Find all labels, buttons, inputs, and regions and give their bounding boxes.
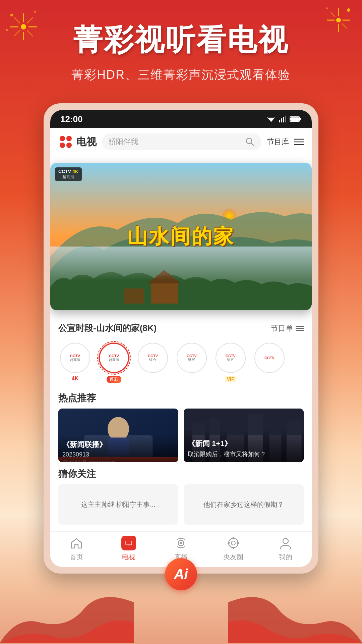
program-info-row: 公宣时段-山水间的家(8K) 节目单 bbox=[58, 317, 304, 339]
svg-point-72 bbox=[232, 547, 234, 549]
svg-rect-28 bbox=[300, 118, 301, 120]
video-title: 山水间的家 bbox=[127, 223, 235, 250]
status-icons bbox=[266, 116, 302, 122]
channel-badge-cai: 菁彩 bbox=[107, 376, 121, 383]
hot-card-2-subtitle: 取消限购后，楼市又将如何？ bbox=[188, 450, 300, 458]
svg-rect-41 bbox=[151, 283, 178, 304]
recommend-section-title: 猜你关注 bbox=[58, 462, 304, 484]
playlist-button[interactable]: 节目单 bbox=[271, 323, 304, 333]
svg-rect-29 bbox=[290, 117, 299, 121]
home-icon bbox=[69, 536, 84, 550]
nav-item-home[interactable]: 首页 bbox=[50, 536, 103, 561]
signal-icon bbox=[279, 116, 287, 122]
app-subtitle: 菁彩HDR、三维菁彩声沉浸式观看体验 bbox=[71, 67, 291, 83]
nav-item-circle[interactable]: 央友圈 bbox=[207, 536, 259, 561]
live-icon bbox=[174, 536, 188, 550]
program-name-text: 公宣时段-山水间的家(8K) bbox=[58, 322, 157, 334]
channel-circle-3: CCTV 综 艺 bbox=[216, 343, 246, 373]
channel-item-4k[interactable]: CCTV 超高清 4K bbox=[58, 343, 92, 383]
header-actions: 节目库 bbox=[267, 137, 304, 147]
svg-point-31 bbox=[66, 136, 72, 141]
library-label[interactable]: 节目库 bbox=[267, 137, 289, 147]
search-placeholder-text: 骄阳伴我 bbox=[109, 137, 138, 147]
svg-rect-63 bbox=[184, 409, 304, 435]
channel-item-2[interactable]: CCTV 财 经 bbox=[175, 343, 208, 383]
svg-point-70 bbox=[231, 541, 235, 545]
channel-badge-vip: VIP bbox=[225, 376, 237, 382]
svg-point-69 bbox=[229, 538, 238, 548]
svg-line-35 bbox=[251, 143, 254, 146]
battery-icon bbox=[290, 116, 302, 122]
svg-rect-25 bbox=[283, 117, 284, 122]
channel-circle-8k: CCTV 超高清 bbox=[99, 343, 129, 373]
playlist-icon bbox=[296, 325, 304, 331]
svg-point-74 bbox=[237, 542, 239, 544]
nav-item-mine[interactable]: 我的 bbox=[259, 536, 312, 561]
channel-item-8k[interactable]: CCTV 超高清 菁彩 bbox=[97, 343, 131, 383]
nav-label-home: 首页 bbox=[70, 552, 83, 561]
content-area: 公宣时段-山水间的家(8K) 节目单 bbox=[50, 317, 312, 531]
recommend-items-row: 这主主帅继 柳阳宁主事... 他们在家乡过这样的假期？ bbox=[58, 484, 304, 525]
app-header: 电视 骄阳伴我 节目库 bbox=[50, 128, 312, 156]
video-player-card[interactable]: CCTV 4K 超高清 山水间的家 bbox=[50, 163, 312, 310]
svg-rect-26 bbox=[285, 116, 286, 122]
nav-label-tv: 电视 bbox=[122, 552, 135, 561]
hot-card-1-title: 《新闻联播》 bbox=[62, 440, 174, 450]
channel-circle-more: CCTV bbox=[254, 343, 285, 373]
menu-icon[interactable] bbox=[294, 138, 304, 146]
nav-item-live[interactable]: 直播 bbox=[155, 536, 207, 561]
svg-point-75 bbox=[283, 538, 288, 544]
svg-rect-24 bbox=[281, 118, 282, 122]
svg-rect-64 bbox=[126, 541, 132, 545]
nav-label-mine: 我的 bbox=[279, 552, 292, 561]
svg-rect-44 bbox=[50, 247, 312, 280]
svg-point-68 bbox=[180, 542, 182, 544]
svg-point-33 bbox=[66, 143, 72, 148]
channel-badge-overlay: CCTV 4K 超高清 bbox=[55, 167, 82, 181]
hot-card-1-date: 20230913 bbox=[62, 451, 174, 458]
hot-card-news11[interactable]: 《新闻 1+1》 取消限购后，楼市又将如何？ bbox=[184, 409, 304, 462]
hot-recommendations-grid: 新闻联播 20230913 《新闻联播》 20230913 bbox=[58, 409, 304, 462]
nav-item-tv[interactable]: 电视 bbox=[103, 536, 155, 561]
ai-button-label: Ai bbox=[165, 558, 197, 590]
channel-list: CCTV 超高清 4K CCTV 超高清 菁彩 bbox=[58, 339, 304, 386]
phone-inner: 12:00 bbox=[50, 110, 312, 567]
channel-item-1[interactable]: CCTV 综 合 bbox=[136, 343, 170, 383]
channel-circle-1: CCTV 综 合 bbox=[138, 343, 168, 373]
svg-point-73 bbox=[228, 542, 230, 544]
channel-item-3[interactable]: CCTV 综 艺 VIP bbox=[214, 343, 247, 383]
channel-circle-2: CCTV 财 经 bbox=[177, 343, 207, 373]
status-time: 12:00 bbox=[60, 114, 83, 124]
nav-label-circle: 央友圈 bbox=[223, 552, 243, 561]
channel-badge-4k: 4K bbox=[72, 376, 78, 382]
hot-card-xinwen[interactable]: 新闻联播 20230913 《新闻联播》 20230913 bbox=[58, 409, 178, 462]
tv-icon bbox=[121, 536, 136, 550]
svg-rect-23 bbox=[279, 120, 280, 122]
svg-marker-21 bbox=[268, 118, 275, 122]
wifi-icon bbox=[266, 116, 276, 122]
channel-circle-4k: CCTV 超高清 bbox=[60, 343, 90, 373]
badge-channel: CCTV 4K bbox=[58, 169, 78, 174]
svg-point-30 bbox=[60, 136, 65, 141]
recommend-item-2[interactable]: 他们在家乡过这样的假期？ bbox=[184, 484, 304, 525]
playlist-label: 节目单 bbox=[271, 323, 293, 333]
header-logo: 电视 bbox=[58, 135, 97, 149]
search-bar[interactable]: 骄阳伴我 bbox=[102, 133, 261, 150]
hot-card-2-title: 《新闻 1+1》 bbox=[188, 439, 300, 449]
svg-point-32 bbox=[60, 143, 65, 148]
search-icon bbox=[245, 137, 255, 147]
app-title: 菁彩视听看电视 bbox=[73, 20, 289, 60]
recommend-text-2: 他们在家乡过这样的假期？ bbox=[200, 497, 287, 513]
svg-point-71 bbox=[232, 537, 234, 539]
recommend-item-1[interactable]: 这主主帅继 柳阳宁主事... bbox=[58, 484, 178, 525]
recommend-text-1: 这主主帅继 柳阳宁主事... bbox=[78, 497, 159, 513]
status-bar: 12:00 bbox=[50, 110, 312, 128]
channel-item-more[interactable]: CCTV bbox=[253, 343, 286, 383]
badge-quality: 超高清 bbox=[62, 174, 74, 180]
svg-rect-43 bbox=[124, 288, 144, 304]
ai-button[interactable]: Ai bbox=[165, 558, 197, 590]
cctv-logo-icon bbox=[58, 135, 73, 149]
main-content: 菁彩视听看电视 菁彩HDR、三维菁彩声沉浸式观看体验 12:00 bbox=[0, 0, 362, 574]
circle-icon bbox=[226, 536, 241, 550]
hot-card-1-content: 《新闻联播》 20230913 bbox=[58, 436, 178, 462]
